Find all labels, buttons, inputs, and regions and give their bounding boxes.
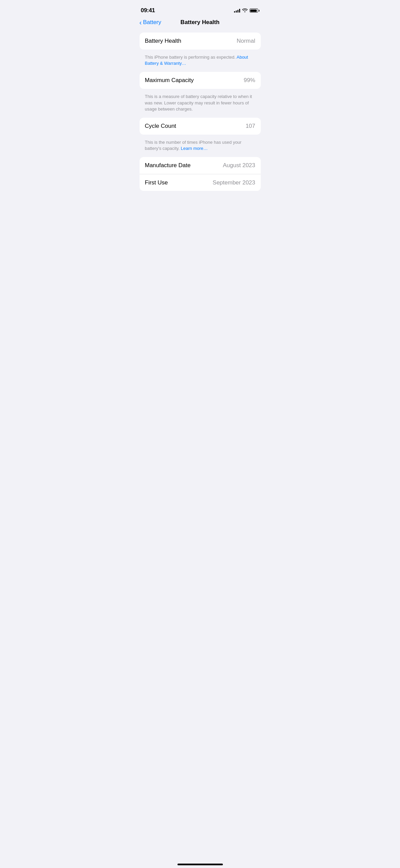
wifi-icon	[242, 8, 248, 13]
cycle-count-value: 107	[246, 123, 255, 130]
manufacture-date-row: Manufacture Date August 2023	[140, 157, 261, 174]
battery-status-icon	[250, 8, 259, 13]
manufacture-date-label: Manufacture Date	[145, 162, 191, 169]
maximum-capacity-value: 99%	[244, 77, 255, 84]
status-time: 09:41	[141, 7, 155, 14]
battery-health-label: Battery Health	[145, 38, 182, 44]
first-use-label: First Use	[145, 179, 168, 186]
dates-card: Manufacture Date August 2023 First Use S…	[140, 157, 261, 191]
maximum-capacity-label: Maximum Capacity	[145, 77, 194, 84]
signal-icon	[234, 8, 240, 13]
back-label: Battery	[143, 19, 161, 26]
maximum-capacity-row: Maximum Capacity 99%	[140, 72, 261, 89]
chevron-left-icon: ‹	[140, 19, 142, 26]
manufacture-date-value: August 2023	[223, 162, 255, 169]
cycle-count-row: Cycle Count 107	[140, 118, 261, 135]
cycle-count-label: Cycle Count	[145, 123, 176, 130]
first-use-row: First Use September 2023	[140, 174, 261, 191]
page-title: Battery Health	[181, 19, 219, 26]
nav-header: ‹ Battery Battery Health	[134, 16, 266, 30]
maximum-capacity-card: Maximum Capacity 99%	[140, 72, 261, 89]
status-icons	[234, 8, 259, 13]
first-use-value: September 2023	[213, 179, 255, 186]
battery-warranty-link[interactable]: About Battery & Warranty…	[145, 55, 248, 66]
maximum-capacity-helper: This is a measure of battery capacity re…	[140, 92, 261, 118]
cycle-count-helper: This is the number of times iPhone has u…	[140, 137, 261, 157]
main-content: Battery Health Normal This iPhone batter…	[134, 30, 266, 191]
learn-more-link[interactable]: Learn more…	[181, 146, 208, 151]
battery-health-helper: This iPhone battery is performing as exp…	[140, 52, 261, 72]
status-bar: 09:41	[134, 0, 266, 16]
battery-health-card: Battery Health Normal	[140, 33, 261, 50]
cycle-count-card: Cycle Count 107	[140, 118, 261, 135]
battery-health-row: Battery Health Normal	[140, 33, 261, 50]
back-button[interactable]: ‹ Battery	[140, 19, 162, 26]
battery-health-value: Normal	[237, 38, 255, 44]
